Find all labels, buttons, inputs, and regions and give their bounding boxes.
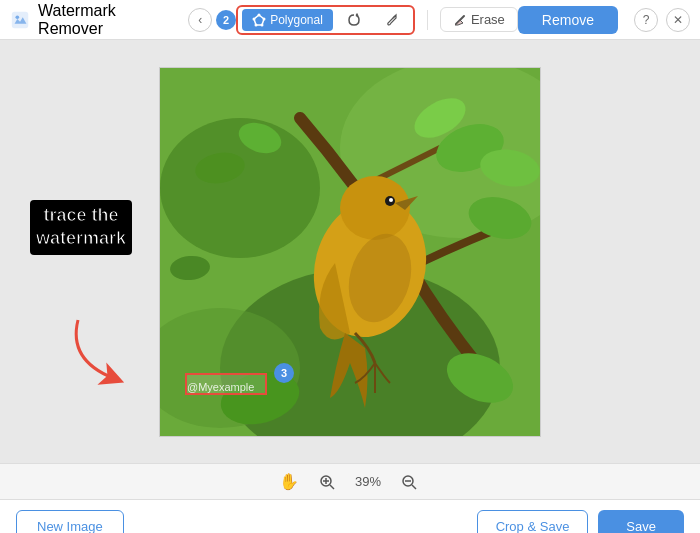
footer: New Image Crop & Save Save bbox=[0, 499, 700, 533]
pan-tool-icon[interactable]: ✋ bbox=[279, 472, 299, 491]
window-controls: ? ✕ bbox=[634, 8, 690, 32]
erase-label: Erase bbox=[471, 12, 505, 27]
polygonal-label: Polygonal bbox=[270, 13, 323, 27]
arrow-container bbox=[58, 310, 138, 394]
crop-save-button[interactable]: Crop & Save bbox=[477, 510, 589, 533]
zoom-in-button[interactable] bbox=[315, 470, 339, 494]
zoom-in-icon bbox=[319, 474, 335, 490]
titlebar: Watermark Remover ‹ 2 Polygonal bbox=[0, 0, 700, 40]
brush-icon bbox=[385, 13, 399, 27]
brush-tool-button[interactable] bbox=[375, 9, 409, 31]
svg-point-7 bbox=[253, 17, 256, 20]
footer-right: Crop & Save Save bbox=[477, 510, 684, 533]
svg-point-6 bbox=[255, 23, 258, 26]
zoom-level: 39% bbox=[355, 474, 381, 489]
step2-badge: 2 bbox=[216, 10, 236, 30]
app-icon bbox=[10, 9, 30, 31]
titlebar-right: Remove ? ✕ bbox=[518, 6, 690, 34]
titlebar-left: Watermark Remover ‹ 2 bbox=[10, 2, 236, 38]
polygonal-icon bbox=[252, 13, 266, 27]
arrow-icon bbox=[58, 310, 138, 390]
trace-instruction: trace the watermark bbox=[30, 200, 132, 255]
toolbar: Polygonal E bbox=[236, 5, 518, 35]
svg-line-29 bbox=[330, 485, 334, 489]
nav-buttons: ‹ 2 bbox=[188, 8, 236, 32]
svg-point-3 bbox=[258, 13, 261, 16]
erase-icon bbox=[453, 13, 467, 27]
polygonal-tool-button[interactable]: Polygonal bbox=[242, 9, 333, 31]
watermark-text-label: @Myexample bbox=[187, 381, 254, 393]
save-button[interactable]: Save bbox=[598, 510, 684, 533]
trace-watermark-text: trace the watermark bbox=[30, 200, 132, 255]
svg-line-33 bbox=[412, 485, 416, 489]
zoom-out-icon bbox=[401, 474, 417, 490]
svg-point-27 bbox=[389, 198, 393, 202]
toolbar-divider bbox=[427, 10, 428, 30]
bottombar: ✋ 39% bbox=[0, 463, 700, 499]
svg-point-24 bbox=[340, 176, 410, 240]
svg-point-4 bbox=[263, 17, 266, 20]
lasso-tool-button[interactable] bbox=[337, 9, 371, 31]
erase-button[interactable]: Erase bbox=[440, 7, 518, 32]
selection-tools-group: Polygonal bbox=[236, 5, 415, 35]
zoom-out-button[interactable] bbox=[397, 470, 421, 494]
svg-rect-0 bbox=[12, 11, 28, 27]
svg-point-1 bbox=[15, 15, 19, 19]
svg-point-11 bbox=[160, 118, 320, 258]
image-container: @Myexample 3 bbox=[159, 67, 541, 437]
step3-badge: 3 bbox=[274, 363, 294, 383]
remove-button[interactable]: Remove bbox=[518, 6, 618, 34]
svg-line-8 bbox=[393, 16, 395, 18]
app-title: Watermark Remover bbox=[38, 2, 172, 38]
help-button[interactable]: ? bbox=[634, 8, 658, 32]
back-button[interactable]: ‹ bbox=[188, 8, 212, 32]
close-button[interactable]: ✕ bbox=[666, 8, 690, 32]
main-area: trace the watermark bbox=[0, 40, 700, 463]
lasso-icon bbox=[347, 13, 361, 27]
svg-point-5 bbox=[261, 23, 264, 26]
new-image-button[interactable]: New Image bbox=[16, 510, 124, 533]
